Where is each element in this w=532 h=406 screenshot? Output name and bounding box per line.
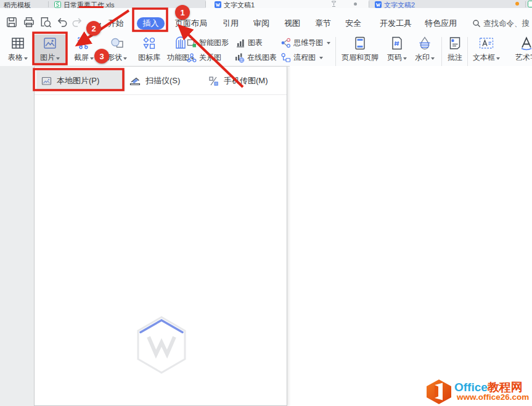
watermark-url: www.office26.com [457, 392, 529, 402]
tab-writer-doc-1[interactable]: 文字文稿1 [206, 0, 369, 8]
print-preview-icon[interactable] [39, 16, 52, 28]
button-label: 在线图表 [247, 52, 277, 63]
flowchart-icon [280, 52, 291, 63]
group-divider [441, 37, 442, 68]
ribbon-tab-page-layout[interactable]: 页面布局 [175, 17, 207, 30]
wps-writer-icon [215, 1, 221, 8]
online-chart-icon [234, 52, 245, 63]
tab-close-dot-icon[interactable] [354, 2, 357, 6]
screenshot-button[interactable]: 截屏 [68, 35, 99, 65]
tab-writer-doc-2[interactable]: 文字文稿2 [375, 0, 525, 8]
wps-placeholder-logo [135, 316, 188, 374]
unsaved-dot-icon [515, 2, 519, 6]
picture-dropdown-panel: 本地图片(P) 扫描仪(S) 手机传图(M) [34, 67, 287, 406]
brand-office: Office [454, 381, 488, 394]
ribbon-tab-review[interactable]: 审阅 [253, 17, 269, 30]
relation-diagram-button[interactable]: 关系图 [187, 52, 221, 63]
scanner-icon [129, 76, 141, 86]
menu-item-label: 扫描仪(S) [145, 75, 180, 86]
search-label: 查找命令、搜 [483, 19, 530, 29]
menu-item-scanner[interactable]: 扫描仪(S) [125, 70, 185, 91]
mind-map-button[interactable]: 思维导图 [280, 38, 330, 48]
picture-button[interactable]: 图片 [34, 35, 66, 65]
button-label: 图表 [248, 38, 263, 48]
text-box-icon [478, 36, 494, 51]
shapes-icon [110, 36, 125, 51]
page-number-icon [390, 36, 404, 51]
button-label: 图片 [40, 53, 55, 62]
menu-item-label: 本地图片(P) [57, 75, 99, 86]
chevron-down-icon [327, 42, 330, 44]
ribbon-tab-references[interactable]: 引用 [223, 17, 239, 30]
chart-button[interactable]: 图表 [235, 38, 263, 48]
tab-spreadsheet-doc[interactable]: 日常重要工作.xls [54, 0, 202, 8]
chevron-down-icon [403, 57, 407, 60]
comment-button[interactable]: 批注 [445, 35, 465, 65]
wps-writer-icon [375, 1, 382, 8]
watermark-button[interactable]: 水印 [411, 35, 438, 65]
tab-label: 文字文稿2 [384, 1, 415, 8]
text-box-button[interactable]: 文本框 [470, 35, 502, 65]
ribbon: 开始 插入 页面布局 引用 审阅 视图 章节 安全 开发工具 特色应用 查找命令… [0, 8, 532, 67]
button-label: 页眉和页脚 [342, 53, 379, 62]
tab-divider [525, 1, 526, 7]
relation-diagram-icon [187, 53, 197, 63]
menu-item-phone-transfer[interactable]: 手机传图(M) [203, 70, 273, 91]
icon-library-button[interactable]: 图标库 [135, 35, 163, 65]
word-art-button[interactable]: 艺术字 [513, 35, 532, 65]
picture-icon [43, 36, 57, 51]
header-footer-button[interactable]: 页眉和页脚 [338, 35, 382, 65]
function-diagram-icon [173, 36, 188, 51]
customize-toolbar-chevron-icon[interactable] [91, 19, 104, 31]
smart-graphics-icon [187, 38, 197, 48]
online-chart-button[interactable]: 在线图表 [234, 52, 277, 63]
shapes-button[interactable]: 形状 [101, 35, 133, 65]
flowchart-button[interactable]: 流程图 [280, 52, 323, 63]
ribbon-tab-home[interactable]: 开始 [108, 17, 124, 30]
redo-icon[interactable] [71, 16, 83, 28]
button-label: 艺术字 [515, 53, 532, 62]
button-label: 截屏 [74, 53, 89, 62]
goblet-icon[interactable] [330, 1, 337, 7]
ribbon-tab-section[interactable]: 章节 [315, 17, 331, 30]
command-search[interactable]: 查找命令、搜 [472, 17, 530, 30]
print-icon[interactable] [23, 16, 35, 28]
chevron-down-icon [496, 57, 500, 60]
menu-divider [35, 94, 287, 95]
ribbon-tab-dev-tools[interactable]: 开发工具 [380, 17, 412, 30]
ribbon-tab-security[interactable]: 安全 [345, 17, 361, 30]
chevron-down-icon [90, 57, 94, 60]
button-label: 页码 [387, 53, 402, 62]
word-art-icon [519, 36, 532, 51]
ribbon-tab-view[interactable]: 视图 [284, 17, 300, 30]
group-divider [467, 37, 468, 68]
button-label: 思维导图 [293, 38, 323, 48]
button-label: 图标库 [138, 53, 160, 62]
button-label: 流程图 [293, 52, 316, 63]
tab-docer-templates[interactable]: 稻壳模板 [4, 0, 47, 8]
menu-item-label: 手机传图(M) [224, 75, 268, 86]
table-button[interactable]: 表格 [4, 35, 32, 65]
document-page[interactable] [290, 66, 532, 406]
table-icon [10, 36, 25, 51]
page-number-button[interactable]: 页码 [383, 35, 411, 65]
wps-spreadsheet-icon [54, 1, 61, 8]
phone-transfer-icon [208, 76, 219, 86]
save-icon[interactable] [6, 16, 18, 28]
chevron-down-icon [319, 57, 323, 59]
tab-divider [369, 1, 369, 7]
button-label: 水印 [415, 53, 430, 62]
undo-icon[interactable] [56, 16, 68, 28]
ribbon-tab-special-apps[interactable]: 特色应用 [425, 17, 457, 30]
smart-graphics-button[interactable]: 智能图形 [187, 38, 229, 48]
tab-divider [48, 1, 49, 7]
menu-item-local-picture[interactable]: 本地图片(P) [36, 70, 125, 91]
header-footer-icon [353, 36, 367, 51]
tab-label: 文字文稿1 [224, 1, 255, 8]
chevron-down-icon [24, 57, 28, 60]
icon-library-icon [142, 36, 157, 51]
button-label: 文本框 [473, 53, 495, 62]
app-background-strip [0, 66, 34, 406]
comment-icon [448, 36, 462, 51]
ribbon-tab-insert[interactable]: 插入 [137, 17, 165, 30]
